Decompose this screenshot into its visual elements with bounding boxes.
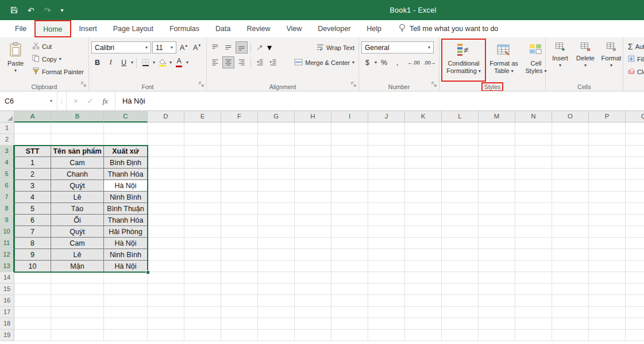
cell-O15[interactable] — [552, 284, 589, 295]
cell-E19[interactable] — [184, 330, 221, 341]
cell-A13[interactable]: 10 — [14, 261, 51, 272]
cell-I18[interactable] — [331, 318, 368, 330]
cell-M19[interactable] — [479, 330, 515, 341]
cell-D15[interactable] — [148, 284, 184, 295]
cell-G7[interactable] — [258, 192, 295, 203]
cell-A5[interactable]: 2 — [14, 169, 51, 180]
increase-indent-button[interactable] — [267, 56, 279, 68]
italic-button[interactable]: I — [105, 56, 117, 68]
autosum-button[interactable]: Σ AutoSum ▾ — [626, 40, 644, 52]
cell-N11[interactable] — [515, 238, 552, 249]
cell-P2[interactable] — [589, 134, 626, 146]
cell-L15[interactable] — [442, 284, 479, 295]
cell-D18[interactable] — [148, 318, 184, 330]
cell-B8[interactable]: Táo — [51, 203, 104, 215]
cell-O6[interactable] — [552, 180, 589, 192]
tab-view[interactable]: View — [278, 20, 310, 37]
cell-L3[interactable] — [442, 146, 479, 157]
cell-D16[interactable] — [148, 295, 184, 307]
cell-K18[interactable] — [405, 318, 442, 330]
cell-O4[interactable] — [552, 157, 589, 169]
cell-O5[interactable] — [552, 169, 589, 180]
fill-color-dropdown-icon[interactable]: ▾ — [169, 60, 172, 65]
cell-E3[interactable] — [184, 146, 221, 157]
cell-I12[interactable] — [331, 249, 368, 261]
cell-M14[interactable] — [479, 272, 515, 284]
tab-formulas[interactable]: Formulas — [161, 20, 207, 37]
cell-N4[interactable] — [515, 157, 552, 169]
cell-K2[interactable] — [405, 134, 442, 146]
tell-me-box[interactable]: Tell me what you want to do — [399, 20, 498, 37]
cell-B15[interactable] — [51, 284, 104, 295]
cell-B12[interactable]: Lê — [51, 249, 104, 261]
cell-O1[interactable] — [552, 123, 589, 134]
cell-A14[interactable] — [14, 272, 51, 284]
cell-F7[interactable] — [221, 192, 258, 203]
copy-button[interactable]: Copy ▾ — [30, 53, 86, 65]
cell-K8[interactable] — [405, 203, 442, 215]
cell-H2[interactable] — [295, 134, 331, 146]
fill-color-button[interactable] — [156, 56, 168, 68]
cell-D12[interactable] — [148, 249, 184, 261]
bottom-align-button[interactable] — [236, 41, 248, 53]
cell-E1[interactable] — [184, 123, 221, 134]
cell-L12[interactable] — [442, 249, 479, 261]
cell-G18[interactable] — [258, 318, 295, 330]
comma-style-button[interactable]: , — [391, 56, 403, 68]
cell-L8[interactable] — [442, 203, 479, 215]
cell-J10[interactable] — [368, 226, 405, 238]
paste-button[interactable]: Paste ▾ — [2, 39, 29, 81]
cell-L11[interactable] — [442, 238, 479, 249]
cell-F12[interactable] — [221, 249, 258, 261]
cell-Q11[interactable] — [626, 238, 644, 249]
cell-K14[interactable] — [405, 272, 442, 284]
cell-J19[interactable] — [368, 330, 405, 341]
cell-N5[interactable] — [515, 169, 552, 180]
cell-M2[interactable] — [479, 134, 515, 146]
cell-A12[interactable]: 9 — [14, 249, 51, 261]
decrease-font-size-button[interactable]: A▾ — [191, 41, 203, 53]
cell-Q10[interactable] — [626, 226, 644, 238]
cell-B10[interactable]: Quýt — [51, 226, 104, 238]
column-header-L[interactable]: L — [442, 111, 479, 123]
cell-M13[interactable] — [479, 261, 515, 272]
cell-G19[interactable] — [258, 330, 295, 341]
cell-N19[interactable] — [515, 330, 552, 341]
formula-bar-splitter[interactable]: ⋮ — [57, 91, 67, 110]
cell-G12[interactable] — [258, 249, 295, 261]
cell-I19[interactable] — [331, 330, 368, 341]
insert-cells-button[interactable]: Insert ▾ — [548, 39, 572, 81]
cell-H1[interactable] — [295, 123, 331, 134]
cell-I10[interactable] — [331, 226, 368, 238]
column-header-H[interactable]: H — [295, 111, 331, 123]
cell-E8[interactable] — [184, 203, 221, 215]
cell-D5[interactable] — [148, 169, 184, 180]
format-painter-button[interactable]: Format Painter — [30, 66, 86, 78]
alignment-dialog-launcher-icon[interactable] — [351, 79, 356, 89]
column-header-O[interactable]: O — [552, 111, 589, 123]
cell-O18[interactable] — [552, 318, 589, 330]
cell-K9[interactable] — [405, 215, 442, 226]
cell-A8[interactable]: 5 — [14, 203, 51, 215]
cell-P4[interactable] — [589, 157, 626, 169]
cell-P17[interactable] — [589, 307, 626, 318]
cell-E14[interactable] — [184, 272, 221, 284]
decrease-decimal-button[interactable]: .00→ — [422, 56, 437, 68]
cell-Q8[interactable] — [626, 203, 644, 215]
increase-decimal-button[interactable]: ←.00 — [406, 56, 421, 68]
merge-center-button[interactable]: Merge & Center ▾ — [292, 56, 357, 68]
cell-I11[interactable] — [331, 238, 368, 249]
cell-M7[interactable] — [479, 192, 515, 203]
cell-H3[interactable] — [295, 146, 331, 157]
cell-F14[interactable] — [221, 272, 258, 284]
cell-E4[interactable] — [184, 157, 221, 169]
cell-F16[interactable] — [221, 295, 258, 307]
decrease-indent-button[interactable] — [254, 56, 266, 68]
cell-C17[interactable] — [104, 307, 148, 318]
cell-O3[interactable] — [552, 146, 589, 157]
cell-H15[interactable] — [295, 284, 331, 295]
cell-Q2[interactable] — [626, 134, 644, 146]
cell-G3[interactable] — [258, 146, 295, 157]
cell-C19[interactable] — [104, 330, 148, 341]
cell-A1[interactable] — [14, 123, 51, 134]
